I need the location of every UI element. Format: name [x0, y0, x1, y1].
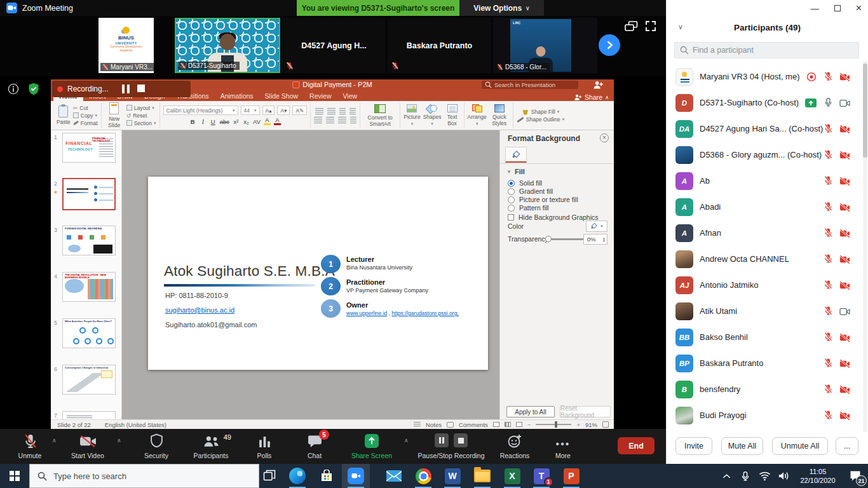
slide-thumb-1[interactable]: FINANCIALTECHNOLOGY FINANCIAL TECHNOLOGY	[62, 133, 116, 163]
quick-styles-button[interactable]: Quick Styles	[489, 104, 510, 126]
participant-row[interactable]: DA D4527 Agung Hari Sa... (Co-host)	[667, 116, 862, 142]
participant-search-input[interactable]	[693, 46, 832, 55]
tab-review[interactable]: Review	[304, 91, 337, 101]
transparency-spinner[interactable]: 0%▲▼	[583, 234, 607, 245]
slide-thumb-3[interactable]: FONDASI DIGITAL INDONESIA	[62, 226, 116, 255]
muted-mic-icon[interactable]	[824, 280, 833, 290]
spacing-icon[interactable]	[349, 108, 356, 114]
pause-recording-button[interactable]	[435, 433, 449, 447]
camera-off-icon[interactable]	[839, 229, 851, 238]
taskbar-search-input[interactable]	[53, 471, 231, 481]
shape-outline-button[interactable]: Shape Outline▾	[517, 116, 564, 123]
new-slide-button[interactable]: New Slide	[105, 102, 124, 128]
powerpoint-app[interactable]: P	[557, 464, 585, 488]
encryption-shield-icon[interactable]	[28, 83, 39, 95]
video-tile-sugiharto[interactable]: D5371-Sugiharto	[175, 18, 280, 73]
participant-row[interactable]: B bensfendry	[667, 376, 862, 402]
chat-button[interactable]: 5 Chat	[291, 432, 338, 461]
participant-row[interactable]: Andrew Octa CHANNEL	[667, 246, 862, 272]
muted-mic-icon[interactable]	[824, 358, 833, 368]
fullscreen-icon[interactable]	[646, 21, 656, 31]
clock[interactable]: 11:0522/10/2020	[793, 467, 843, 485]
align-left-icon[interactable]	[314, 117, 322, 123]
muted-mic-icon[interactable]	[824, 175, 833, 186]
radio-pattern-fill[interactable]: Pattern fill	[508, 204, 549, 212]
participant-row[interactable]: D D5371-Sugiharto (Co-host)	[667, 90, 862, 116]
more-options-button[interactable]: ...	[836, 437, 858, 455]
fit-slide-icon[interactable]	[602, 421, 609, 428]
subscript-button[interactable]: x₂	[243, 117, 250, 125]
muted-mic-icon[interactable]	[824, 254, 833, 264]
clear-formatting-button[interactable]: A✎	[292, 105, 307, 115]
bullets-icon[interactable]	[315, 108, 323, 114]
font-color-button[interactable]: A	[274, 117, 281, 125]
share-screen-button[interactable]: Share Screen	[342, 432, 402, 461]
radio-gradient-fill[interactable]: Gradient fill	[508, 187, 553, 195]
meeting-info-icon[interactable]	[8, 83, 19, 95]
video-tile-maryani[interactable]: BINUS UNIVERSITY Community Development A…	[98, 18, 154, 73]
video-tile-baskara[interactable]: Baskara Putranto	[388, 18, 491, 73]
mic-on-icon[interactable]	[824, 97, 833, 107]
garudastore-link[interactable]: https://garudastore.pssi.org,	[391, 310, 458, 316]
camera-off-icon[interactable]	[839, 411, 851, 421]
zoom-slider-thumb[interactable]	[555, 421, 557, 428]
share-options-chevron[interactable]: ∧	[404, 437, 409, 444]
layout-button[interactable]: Layout▾	[126, 105, 156, 111]
participant-row[interactable]: BP Baskara Putranto	[667, 350, 862, 376]
format-painter-button[interactable]: Format	[73, 120, 98, 126]
camera-off-icon[interactable]	[839, 359, 851, 369]
highlight-color-button[interactable]: A	[264, 117, 271, 125]
start-video-button[interactable]: Start Video	[62, 432, 113, 461]
muted-mic-icon[interactable]	[824, 306, 833, 316]
section-button[interactable]: Section▾	[126, 120, 156, 126]
participant-row[interactable]: Maryani VR3 04 (Host, me)	[667, 64, 862, 90]
participant-row[interactable]: BB Bakso Benhil	[667, 324, 862, 350]
muted-mic-icon[interactable]	[824, 71, 833, 81]
share-button[interactable]: Share∧	[574, 93, 614, 101]
presentation-search-input[interactable]	[494, 81, 571, 88]
excel-app[interactable]: X	[498, 464, 526, 488]
align-right-icon[interactable]	[338, 117, 346, 123]
tab-view[interactable]: View	[337, 91, 363, 101]
muted-mic-icon[interactable]	[824, 123, 833, 133]
camera-off-icon[interactable]	[839, 72, 851, 82]
more-button[interactable]: ••• More	[541, 432, 585, 461]
italic-button[interactable]: I	[200, 117, 207, 125]
tab-slideshow[interactable]: Slide Show	[259, 91, 304, 101]
camera-off-icon[interactable]	[839, 281, 851, 290]
zoom-percentage[interactable]: 91%	[585, 421, 597, 428]
participant-search[interactable]	[674, 42, 859, 58]
taskbar-search[interactable]	[29, 464, 259, 488]
slide-thumb-5[interactable]: What Activities People Do More Often?	[62, 318, 116, 348]
muted-mic-icon[interactable]	[824, 384, 833, 394]
muted-mic-icon[interactable]	[824, 227, 833, 238]
audio-options-chevron[interactable]: ∧	[52, 437, 57, 444]
store-app[interactable]	[313, 464, 341, 488]
notes-icon[interactable]	[414, 422, 421, 428]
slideshow-icon[interactable]	[516, 422, 522, 427]
notes-label[interactable]: Notes	[426, 421, 442, 428]
font-size-select[interactable]: 44▾	[241, 105, 260, 115]
presentation-search[interactable]	[482, 81, 578, 89]
align-center-icon[interactable]	[326, 117, 334, 123]
camera-off-icon[interactable]	[839, 125, 851, 134]
video-tile-glory[interactable]: LRC D5368 - Glor...	[493, 18, 597, 73]
slide-thumb-2-selected[interactable]	[62, 178, 116, 210]
paste-button[interactable]: Paste	[57, 105, 71, 125]
recording-controls[interactable]: Pause/Stop Recording	[412, 432, 491, 461]
slide-thumb-7[interactable]	[62, 411, 116, 419]
chrome-app[interactable]	[409, 464, 437, 488]
participant-row[interactable]: A Afnan	[667, 220, 862, 246]
grow-font-button[interactable]: A▴	[262, 105, 275, 115]
numbering-icon[interactable]	[327, 108, 336, 114]
tray-mic-icon[interactable]	[736, 471, 755, 482]
copy-button[interactable]: Copy▾	[73, 112, 98, 119]
zoom-slider[interactable]	[536, 424, 571, 425]
notification-center-button[interactable]: 21	[843, 470, 868, 482]
close-icon[interactable]: ×	[856, 3, 862, 14]
columns-icon[interactable]	[350, 117, 356, 123]
muted-mic-icon[interactable]	[824, 201, 833, 212]
invite-button[interactable]: Invite	[675, 437, 712, 455]
end-meeting-button[interactable]: End	[618, 437, 654, 454]
camera-off-icon[interactable]	[839, 151, 851, 160]
